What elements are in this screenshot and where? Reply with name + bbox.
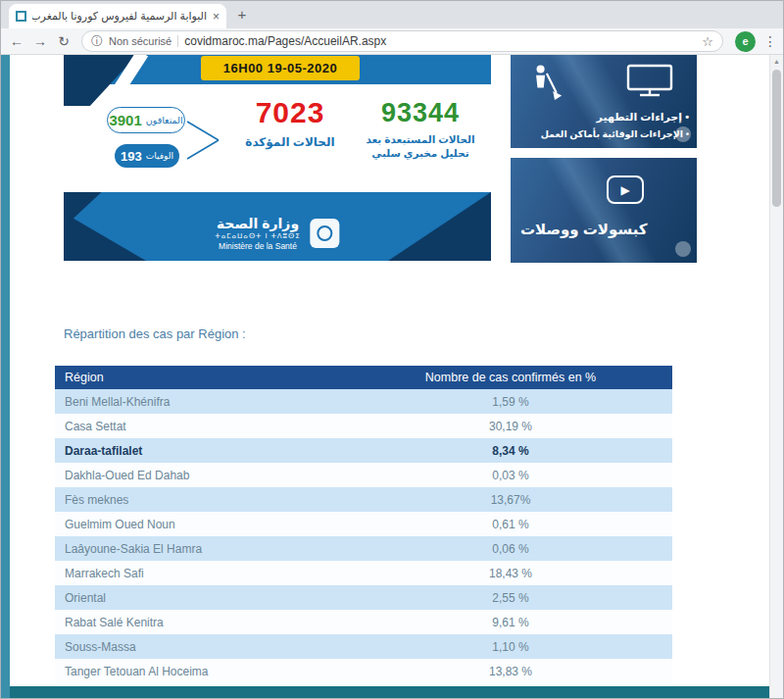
region-name: Guelmim Oued Noun <box>55 512 349 536</box>
deaths-stat: 193 الوفيات <box>115 144 179 168</box>
confirmed-label: الحالات المؤكدة <box>232 135 348 149</box>
banner-footer: وزارة الصحة ⵜⴰⵎⴰⵡⴰⵙⵜ ⵏ ⵜⴷⵓⵙⵉ Ministère d… <box>64 192 491 261</box>
forward-button[interactable]: → <box>30 33 50 49</box>
ministry-name-ar: وزارة الصحة <box>215 216 300 231</box>
region-percent: 13,67% <box>349 487 672 512</box>
browser-toolbar: ← → ↻ ⓘ Non sécurisé covidmaroc.ma/Pages… <box>1 28 783 55</box>
excluded-label-line1: الحالات المستبعدة بعد <box>366 133 474 145</box>
region-percent: 1,10 % <box>349 634 672 659</box>
browser-tab[interactable]: البوابة الرسمية لفيروس كورونا بالمغرب × <box>9 4 226 28</box>
region-name: Fès meknes <box>55 487 349 512</box>
region-percent: 1,59 % <box>349 389 672 414</box>
table-row: Fès meknes13,67% <box>55 487 672 512</box>
region-name: Oriental <box>55 585 349 610</box>
cleaner-icon <box>528 63 564 102</box>
new-tab-button[interactable]: + <box>234 7 250 23</box>
scroll-up-icon[interactable]: ▲ <box>770 58 783 65</box>
region-percent: 18,43 % <box>349 561 672 585</box>
table-row: Daraa-tafilalet8,34 % <box>55 438 672 463</box>
deaths-value: 193 <box>121 149 142 164</box>
region-name: Daraa-tafilalet <box>55 438 349 463</box>
info-icon[interactable]: ⓘ <box>91 33 103 50</box>
region-name: Souss-Massa <box>55 634 349 659</box>
table-row: Tanger Tetouan Al Hoceima13,83 % <box>55 659 672 683</box>
excluded-stat: 93344 الحالات المستبعدة بعد تحليل مخبري … <box>356 98 485 160</box>
table-row: Rabat Salé Kenitra9,61 % <box>55 610 672 634</box>
ministry-text: وزارة الصحة ⵜⴰⵎⴰⵡⴰⵙⵜ ⵏ ⵜⴷⵓⵙⵉ Ministère d… <box>215 216 300 251</box>
scrollbar-thumb[interactable] <box>772 70 781 207</box>
excluded-label-line2: تحليل مخبري سلبي <box>371 147 468 159</box>
tab-close-icon[interactable]: × <box>213 10 220 24</box>
ministry-logo: وزارة الصحة ⵜⴰⵎⴰⵡⴰⵙⵜ ⵏ ⵜⴷⵓⵙⵉ Ministère d… <box>215 216 339 251</box>
page-left-border <box>1 55 10 698</box>
url-text: covidmaroc.ma/Pages/AccueilAR.aspx <box>184 34 696 48</box>
play-icon[interactable]: ▶ <box>607 175 644 204</box>
region-name: Tanger Tetouan Al Hoceima <box>55 659 349 683</box>
tab-strip: البوابة الرسمية لفيروس كورونا بالمغرب × … <box>1 1 783 28</box>
deaths-label: الوفيات <box>146 151 173 161</box>
region-percent: 8,34 % <box>349 438 672 463</box>
confirmed-value: 7023 <box>232 96 348 129</box>
region-table-body: Beni Mellal-Khénifra1,59 %Casa Settat30,… <box>55 389 672 683</box>
ministry-name-tifinagh: ⵜⴰⵎⴰⵡⴰⵙⵜ ⵏ ⵜⴷⵓⵙⵉ <box>215 232 300 240</box>
excluded-label: الحالات المستبعدة بعد تحليل مخبري سلبي <box>356 132 485 160</box>
confirmed-stat: 7023 الحالات المؤكدة <box>232 96 348 149</box>
section-title: Répartition des cas par Région : <box>64 326 246 341</box>
table-row: Guelmim Oued Noun0,61 % <box>55 512 672 536</box>
play-triangle-icon: ▶ <box>620 184 629 196</box>
region-name: Casa Settat <box>55 414 349 438</box>
region-name: Laâyoune-Sakia El Hamra <box>55 536 349 561</box>
profile-avatar[interactable]: e <box>735 31 756 52</box>
table-row: Dakhla-Oued Ed Dahab0,03 % <box>55 463 672 487</box>
refresh-button[interactable]: ↻ <box>54 33 74 49</box>
ministry-emblem-icon <box>311 219 340 248</box>
excluded-value: 93344 <box>356 98 485 128</box>
region-percent: 30,19 % <box>349 414 672 438</box>
table-row: Laâyoune-Sakia El Hamra0,06 % <box>55 536 672 561</box>
connector-lines-icon <box>185 112 224 169</box>
table-row: Beni Mellal-Khénifra1,59 % <box>55 389 672 414</box>
region-percent: 0,61 % <box>349 512 672 536</box>
region-name: Beni Mellal-Khénifra <box>55 389 349 414</box>
region-percent: 2,55 % <box>349 585 672 610</box>
procedures-line2: الإجراءات الوقائية بأماكن العمل <box>516 125 689 142</box>
browser-menu-icon[interactable]: ⋮ <box>763 33 777 49</box>
column-header-region: Région <box>55 366 349 389</box>
table-row: Marrakech Safi18,43 % <box>55 561 672 585</box>
procedures-line1: إجراءات التطهير <box>516 109 689 125</box>
videos-card-label: كبسولات ووصلات <box>520 221 648 238</box>
url-separator <box>177 35 178 47</box>
region-name: Rabat Salé Kenitra <box>55 610 349 634</box>
region-percent: 0,06 % <box>349 536 672 561</box>
url-bar[interactable]: ⓘ Non sécurisé covidmaroc.ma/Pages/Accue… <box>81 30 723 52</box>
procedures-text: إجراءات التطهير الإجراءات الوقائية بأماك… <box>516 109 689 142</box>
security-label: Non sécurisé <box>109 35 172 47</box>
table-row: Oriental2,55 % <box>55 585 672 610</box>
recovered-label: المتعافون <box>146 115 183 125</box>
region-percent: 13,83 % <box>349 659 672 683</box>
column-header-percent: Nombre de cas confirmés en % <box>349 366 672 389</box>
back-button[interactable]: ← <box>7 33 26 49</box>
monitor-icon <box>624 63 675 98</box>
scrollbar[interactable]: ▲ <box>769 55 783 698</box>
region-name: Dakhla-Oued Ed Dahab <box>55 463 349 487</box>
region-table: Région Nombre de cas confirmés en % Beni… <box>55 366 672 683</box>
recovered-stat: 3901 المتعافون <box>107 107 185 133</box>
videos-card[interactable]: ▶ كبسولات ووصلات <box>511 158 697 263</box>
recovered-value: 3901 <box>109 112 141 128</box>
procedures-card[interactable]: إجراءات التطهير الإجراءات الوقائية بأماك… <box>511 55 697 148</box>
browser-window: البوابة الرسمية لفيروس كورونا بالمغرب × … <box>0 0 784 699</box>
region-name: Marrakech Safi <box>55 561 349 585</box>
footer-decoration <box>354 192 491 261</box>
update-time-badge: 16H00 19-05-2020 <box>201 56 360 80</box>
page-viewport: 16H00 19-05-2020 3901 المتعافون 193 الوف… <box>1 55 783 698</box>
bookmark-star-icon[interactable]: ☆ <box>702 34 713 49</box>
tab-favicon-icon <box>16 11 26 22</box>
tab-title: البوابة الرسمية لفيروس كورونا بالمغرب <box>32 10 207 23</box>
region-percent: 9,61 % <box>349 610 672 634</box>
covid-stats-banner: 16H00 19-05-2020 3901 المتعافون 193 الوف… <box>64 55 491 261</box>
ministry-name-fr: Ministère de la Santé <box>215 241 300 251</box>
table-row: Souss-Massa1,10 % <box>55 634 672 659</box>
page-footer-bar <box>10 686 769 698</box>
region-percent: 0,03 % <box>349 463 672 487</box>
